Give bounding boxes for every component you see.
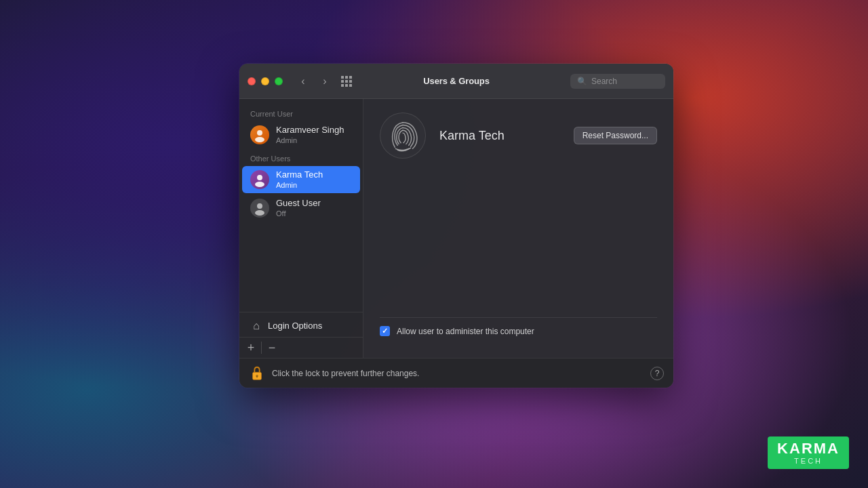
user-header: Karma Tech Reset Password... <box>380 113 657 159</box>
current-user-label: Current User <box>239 104 363 121</box>
karamveer-role: Admin <box>276 136 344 145</box>
fingerprint-icon <box>383 116 422 155</box>
svg-point-2 <box>257 175 262 180</box>
close-button[interactable] <box>248 77 256 85</box>
user-silhouette-icon-2 <box>252 172 267 187</box>
sidebar: Current User Karamveer Singh Admin Other… <box>239 99 363 358</box>
forward-button[interactable]: › <box>315 74 334 89</box>
users-groups-window: ‹ › Users & Groups 🔍 Current User <box>239 64 673 388</box>
grid-icon <box>341 76 352 87</box>
nav-buttons: ‹ › <box>294 74 334 89</box>
main-panel: Karma Tech Reset Password... ✓ Allow use… <box>363 99 673 358</box>
sidebar-item-karma-tech[interactable]: Karma Tech Admin <box>242 166 360 193</box>
back-button[interactable]: ‹ <box>294 74 313 89</box>
sidebar-item-karamveer[interactable]: Karamveer Singh Admin <box>242 121 360 148</box>
checkmark-icon: ✓ <box>382 327 388 335</box>
window-title: Users & Groups <box>423 76 490 86</box>
svg-rect-8 <box>256 375 257 378</box>
help-button[interactable]: ? <box>650 367 664 380</box>
guest-name: Guest User <box>276 198 321 209</box>
svg-point-3 <box>255 182 264 187</box>
login-options-item[interactable]: ⌂ Login Options <box>242 316 360 336</box>
maximize-button[interactable] <box>275 77 283 85</box>
karma-tech-text: Karma Tech Admin <box>276 169 323 190</box>
sidebar-bottom-controls: + − <box>239 337 363 358</box>
search-icon: 🔍 <box>577 77 587 86</box>
svg-point-5 <box>255 210 264 216</box>
search-input[interactable] <box>591 77 658 86</box>
allow-admin-checkbox[interactable]: ✓ <box>380 326 390 336</box>
allow-admin-row: ✓ Allow user to administer this computer <box>380 317 657 344</box>
avatar-karamveer <box>250 125 269 144</box>
karma-tech-name: Karma Tech <box>276 169 323 181</box>
karma-tech-role: Admin <box>276 181 323 190</box>
user-detail: Karma Tech Reset Password... ✓ Allow use… <box>363 99 673 358</box>
avatar-karma-tech <box>250 170 269 189</box>
guest-text: Guest User Off <box>276 198 321 218</box>
brand-tech-text: TECH <box>794 457 823 465</box>
guest-icon <box>252 201 267 216</box>
karamveer-text: Karamveer Singh Admin <box>276 125 344 145</box>
lock-icon <box>250 365 264 382</box>
grid-view-button[interactable] <box>337 74 356 89</box>
user-avatar-large <box>380 113 426 159</box>
bottom-bar: Click the lock to prevent further change… <box>239 358 673 388</box>
traffic-lights <box>248 77 283 85</box>
content-area: Current User Karamveer Singh Admin Other… <box>239 99 673 358</box>
search-box[interactable]: 🔍 <box>570 74 665 89</box>
svg-point-4 <box>257 203 262 209</box>
lock-status-text: Click the lock to prevent further change… <box>272 369 644 378</box>
title-bar: ‹ › Users & Groups 🔍 <box>239 64 673 99</box>
sidebar-divider <box>239 312 363 312</box>
home-icon: ⌂ <box>250 320 262 332</box>
reset-password-button[interactable]: Reset Password... <box>574 127 657 144</box>
other-users-label: Other Users <box>239 149 363 165</box>
user-silhouette-icon <box>252 127 267 142</box>
svg-point-0 <box>257 130 262 136</box>
remove-user-button[interactable]: − <box>263 340 281 355</box>
add-user-button[interactable]: + <box>242 340 260 355</box>
guest-role: Off <box>276 209 321 218</box>
btn-divider <box>261 342 262 354</box>
allow-admin-label: Allow user to administer this computer <box>397 327 534 336</box>
spacer <box>380 172 657 317</box>
avatar-guest <box>250 199 269 218</box>
lock-button[interactable] <box>249 365 265 382</box>
brand-badge: KARMA TECH <box>768 436 849 469</box>
user-name-display: Karma Tech <box>439 129 505 143</box>
sidebar-item-guest[interactable]: Guest User Off <box>242 195 360 222</box>
brand-karma-text: KARMA <box>777 441 840 457</box>
svg-point-1 <box>255 137 264 142</box>
login-options-label: Login Options <box>268 321 322 332</box>
minimize-button[interactable] <box>261 77 269 85</box>
karamveer-name: Karamveer Singh <box>276 125 344 136</box>
